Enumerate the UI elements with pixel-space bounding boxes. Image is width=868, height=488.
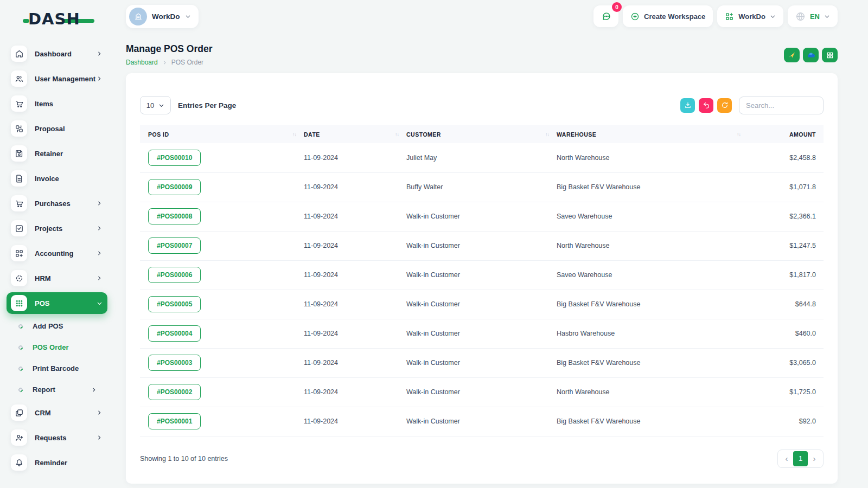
sort-icon: ↑↓ (545, 132, 549, 137)
sidebar-item-crm[interactable]: CRM (7, 400, 107, 425)
sidebar-item-label: Items (35, 100, 95, 108)
pos-id-badge[interactable]: #POS00004 (148, 325, 201, 342)
create-workspace-label: Create Workspace (644, 12, 705, 21)
cell-amount: $1,071.8 (748, 172, 824, 202)
sidebar-item-proposal[interactable]: Proposal (7, 116, 107, 141)
grid-dots-icon (11, 295, 27, 311)
cell-amount: $92.0 (748, 407, 824, 436)
pagination-prev-button[interactable]: ‹ (780, 454, 793, 463)
sidebar-item-pos[interactable]: POS (7, 292, 107, 314)
export-button[interactable] (680, 98, 695, 113)
refresh-icon (721, 101, 729, 109)
sort-icon: ↑↓ (292, 132, 296, 137)
sidebar-item-reminder[interactable]: Reminder (7, 450, 107, 475)
pos-id-badge[interactable]: #POS00007 (148, 237, 201, 254)
sidebar: DASH Dashboard User Management Items (0, 0, 114, 488)
topbar: WorkDo 0 Create Workspace WorkDo (126, 4, 838, 28)
pagination-next-button[interactable]: › (808, 454, 821, 463)
language-label: EN (810, 12, 820, 21)
entries-per-page-select[interactable]: 10 (140, 96, 171, 114)
grid-view-button[interactable] (822, 48, 838, 62)
sidebar-item-projects[interactable]: Projects (7, 216, 107, 241)
cell-warehouse: Saveo Warehouse (557, 260, 748, 290)
sidebar-item-requests[interactable]: Requests (7, 425, 107, 450)
chevron-right-icon (95, 76, 103, 81)
search-input[interactable] (739, 97, 824, 114)
sidebar-item-hrm[interactable]: HRM (7, 266, 107, 291)
cell-amount: $2,366.1 (748, 202, 824, 231)
pagination-page-1[interactable]: 1 (793, 451, 808, 466)
cell-warehouse: North Warehouse (557, 231, 748, 260)
bullet-icon (17, 365, 23, 371)
sidebar-item-dashboard[interactable]: Dashboard (7, 41, 107, 66)
bullet-icon (17, 344, 23, 350)
sidebar-item-retainer[interactable]: Retainer (7, 141, 107, 166)
sidebar-nav: Dashboard User Management Items Proposal (7, 41, 107, 475)
sidebar-item-purchases[interactable]: Purchases (7, 191, 107, 216)
sidebar-subitem-print-barcode[interactable]: Print Barcode (7, 358, 107, 379)
pos-id-badge[interactable]: #POS00005 (148, 296, 201, 312)
column-header-pos-id[interactable]: POS ID↑↓ (140, 125, 304, 143)
file-text-icon (11, 170, 27, 187)
workspace-menu-button[interactable]: WorkDo (717, 5, 783, 27)
sidebar-item-label: Reminder (35, 459, 95, 467)
pos-id-badge[interactable]: #POS00008 (148, 208, 201, 224)
cell-customer: Walk-in Customer (406, 377, 557, 407)
breadcrumb-dashboard-link[interactable]: Dashboard (126, 59, 158, 66)
messages-button[interactable]: 0 (593, 5, 618, 27)
sidebar-subitem-report[interactable]: Report (7, 379, 107, 400)
onedrive-button[interactable] (803, 48, 819, 62)
column-header-date[interactable]: DATE↑↓ (304, 125, 406, 143)
pos-id-badge[interactable]: #POS00010 (148, 150, 201, 166)
scan-target-icon (11, 270, 27, 286)
pos-id-badge[interactable]: #POS00003 (148, 355, 201, 371)
column-header-amount[interactable]: AMOUNT (748, 125, 824, 143)
cell-warehouse: North Warehouse (557, 143, 748, 172)
grid-icon (826, 52, 834, 59)
language-selector[interactable]: EN (788, 5, 838, 27)
brand-name: DASH (28, 10, 80, 28)
cart-icon (11, 95, 27, 112)
table-toolbar: 10 Entries Per Page (140, 96, 824, 114)
sidebar-subitem-add-pos[interactable]: Add POS (7, 316, 107, 337)
paper-plane-icon (788, 51, 796, 59)
pos-id-badge[interactable]: #POS00009 (148, 179, 201, 195)
sidebar-item-label: Dashboard (35, 50, 95, 58)
sidebar-item-user-management[interactable]: User Management (7, 66, 107, 91)
column-header-warehouse[interactable]: WAREHOUSE↑↓ (557, 125, 748, 143)
sidebar-item-items[interactable]: Items (7, 91, 107, 116)
sidebar-item-label: User Management (35, 75, 95, 83)
grid-plus-icon (11, 245, 27, 261)
download-icon (684, 101, 692, 109)
column-header-customer[interactable]: CUSTOMER↑↓ (406, 125, 557, 143)
pos-id-badge[interactable]: #POS00001 (148, 413, 201, 429)
cell-customer: Walk-in Customer (406, 231, 557, 260)
sidebar-subitem-pos-order[interactable]: POS Order (7, 337, 107, 358)
pos-id-badge[interactable]: #POS00002 (148, 384, 201, 400)
sidebar-item-accounting[interactable]: Accounting (7, 241, 107, 266)
google-drive-button[interactable] (784, 48, 800, 62)
table-footer: Showing 1 to 10 of 10 entries ‹ 1 › (140, 450, 824, 468)
chevron-down-icon (95, 300, 103, 306)
table-row: #POS00007 11-09-2024 Walk-in Customer No… (140, 231, 824, 260)
reset-button[interactable] (699, 98, 713, 113)
globe-icon (795, 11, 806, 22)
refresh-button[interactable] (717, 98, 732, 113)
bell-icon (11, 454, 27, 471)
table-row: #POS00001 11-09-2024 Walk-in Customer Bi… (140, 407, 824, 436)
breadcrumb-current: POS Order (171, 59, 203, 66)
table-row: #POS00006 11-09-2024 Walk-in Customer Sa… (140, 260, 824, 290)
cell-customer: Walk-in Customer (406, 202, 557, 231)
workspace-selector[interactable]: WorkDo (126, 5, 199, 28)
toolbar-actions (680, 97, 824, 114)
cell-date: 11-09-2024 (304, 172, 406, 202)
pos-id-badge[interactable]: #POS00006 (148, 267, 201, 283)
cell-date: 11-09-2024 (304, 202, 406, 231)
brand-logo[interactable]: DASH (28, 10, 99, 31)
sidebar-subitem-label: Print Barcode (33, 364, 107, 373)
cell-customer: Walk-in Customer (406, 348, 557, 377)
sidebar-item-invoice[interactable]: Invoice (7, 166, 107, 191)
pagination: ‹ 1 › (777, 450, 824, 468)
create-workspace-button[interactable]: Create Workspace (623, 5, 713, 27)
cell-amount: $1,725.0 (748, 377, 824, 407)
